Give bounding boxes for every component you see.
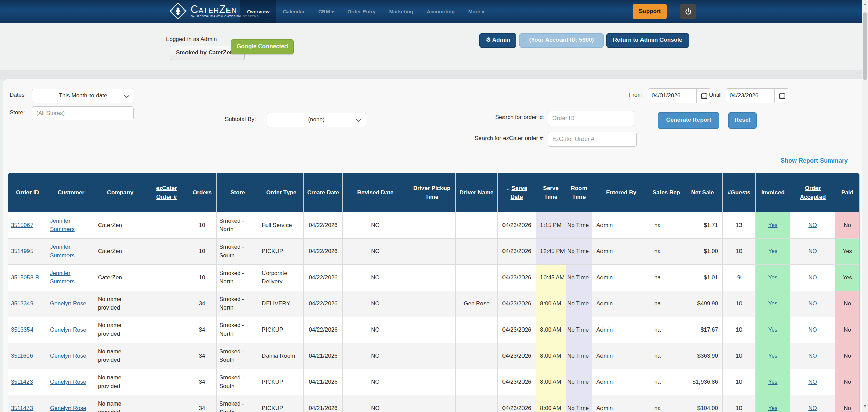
column-header-label: Net Sale — [691, 189, 714, 196]
scroll-up-arrow-icon[interactable]: ▲ — [863, 3, 867, 6]
column-header-company[interactable]: Company — [95, 173, 145, 212]
column-header-revised_date[interactable]: Revised Date — [343, 173, 408, 212]
customer-link[interactable]: Genelyn Rose — [50, 405, 86, 411]
order_id-link[interactable]: 3515058-R — [11, 274, 39, 281]
column-header-paid: Paid — [835, 173, 859, 212]
until-date-input[interactable] — [726, 89, 774, 103]
logout-power-button[interactable] — [680, 4, 696, 19]
from-date-group — [648, 88, 711, 103]
order_id-link[interactable]: 3511606 — [11, 353, 33, 359]
invoiced-link[interactable]: Yes — [768, 222, 778, 228]
order_id-link[interactable]: 3515067 — [11, 222, 33, 228]
cell-guests: 13 — [723, 212, 756, 238]
vertical-scrollbar[interactable]: ▲ ▼ — [862, 0, 868, 412]
cell-driver_name — [456, 317, 498, 343]
column-header-entered_by[interactable]: Entered By — [592, 173, 650, 212]
cell-company: CaterZen — [95, 238, 145, 264]
column-header-store[interactable]: Store — [217, 173, 259, 212]
column-header-create_date[interactable]: Create Date — [304, 173, 343, 212]
column-header-order_accepted[interactable]: Order Accepted — [790, 173, 835, 212]
order_accepted-link[interactable]: NO — [808, 248, 817, 255]
orders-table: Order IDCustomerCompanyezCater Order #Or… — [8, 173, 859, 412]
column-header-order_id[interactable]: Order ID — [8, 173, 47, 212]
nav-item-order-entry[interactable]: Order Entry — [340, 0, 382, 23]
column-header-sales_rep[interactable]: Sales Rep — [650, 173, 683, 212]
customer-link[interactable]: Genelyn Rose — [50, 300, 86, 307]
order_id-link[interactable]: 3514995 — [11, 248, 33, 255]
cell-entered_by: Admin — [592, 369, 650, 395]
order_id-link[interactable]: 3513349 — [11, 300, 33, 307]
cell-paid: No — [835, 291, 859, 317]
google-connected-button[interactable]: Google Connected — [231, 39, 294, 54]
cell-driver_name — [456, 238, 498, 264]
return-admin-console-button[interactable]: Return to Admin Console — [606, 33, 689, 48]
column-header-label: Customer — [58, 189, 84, 196]
customer-link[interactable]: Jennifer Summers — [50, 244, 75, 259]
cell-driver_pickup_time — [408, 343, 456, 369]
scrollbar-thumb[interactable] — [863, 12, 867, 80]
invoiced-link[interactable]: Yes — [768, 248, 778, 255]
order_accepted-link[interactable]: NO — [808, 405, 817, 411]
order_accepted-link[interactable]: NO — [808, 222, 817, 228]
invoiced-link[interactable]: Yes — [768, 274, 778, 281]
column-header-ezcater_order[interactable]: ezCater Order # — [145, 173, 188, 212]
invoiced-link[interactable]: Yes — [768, 379, 778, 385]
invoiced-link[interactable]: Yes — [768, 300, 778, 307]
column-header-serve_time: Serve Time — [536, 173, 566, 212]
nav-item-marketing[interactable]: Marketing — [382, 0, 420, 23]
cell-driver_pickup_time — [408, 395, 456, 412]
order_id-link[interactable]: 3511423 — [11, 379, 33, 385]
scroll-down-arrow-icon[interactable]: ▼ — [863, 405, 867, 408]
order_accepted-link[interactable]: NO — [808, 353, 817, 359]
invoiced-link[interactable]: Yes — [768, 405, 778, 411]
until-calendar-button[interactable] — [774, 89, 789, 103]
nav-item-overview[interactable]: Overview — [240, 0, 276, 23]
order_accepted-link[interactable]: NO — [808, 274, 817, 281]
ezcater-search-input[interactable] — [548, 132, 637, 147]
cell-invoiced: Yes — [756, 369, 790, 395]
order_accepted-link[interactable]: NO — [808, 300, 817, 307]
customer-link[interactable]: Jennifer Summers — [50, 218, 75, 232]
cell-ezcater_order — [145, 369, 188, 395]
dates-label: Dates — [9, 92, 24, 98]
table-row: 3515058-RJennifer SummersCaterZen10Smoke… — [8, 264, 859, 291]
store-input[interactable] — [32, 106, 134, 120]
column-header-serve_date[interactable]: ↓ Serve Date — [498, 173, 536, 212]
from-date-input[interactable] — [648, 89, 696, 103]
column-header-order_type[interactable]: Order Type — [259, 173, 304, 212]
dates-select[interactable]: This Month-to-date — [32, 89, 134, 103]
cell-paid: No — [835, 317, 859, 343]
order_accepted-link[interactable]: NO — [808, 326, 817, 333]
order-id-search-input[interactable] — [548, 111, 634, 126]
order_accepted-link[interactable]: NO — [808, 379, 817, 385]
invoiced-link[interactable]: Yes — [768, 353, 778, 359]
cell-net_sale: $104.00 — [683, 395, 723, 412]
column-header-label: Order Accepted — [800, 185, 826, 200]
nav-item-accounting[interactable]: Accounting — [420, 0, 461, 23]
subtotal-select[interactable]: (none) — [267, 113, 366, 127]
show-report-summary-link[interactable]: Show Report Summary — [781, 157, 848, 164]
cell-driver_name — [456, 212, 498, 238]
customer-link[interactable]: Genelyn Rose — [50, 326, 86, 333]
customer-link[interactable]: Genelyn Rose — [50, 379, 86, 385]
support-button[interactable]: Support — [633, 4, 667, 19]
customer-link[interactable]: Jennifer Summers — [50, 270, 75, 285]
nav-item-calendar[interactable]: Calendar — [276, 0, 312, 23]
column-header-label: ezCater Order # — [156, 185, 177, 200]
nav-item-more[interactable]: More▾ — [461, 0, 491, 23]
column-header-customer[interactable]: Customer — [47, 173, 95, 212]
cell-sales_rep: na — [650, 264, 683, 291]
nav-item-crm[interactable]: CRM▾ — [312, 0, 340, 23]
column-header-guests[interactable]: #Guests — [723, 173, 756, 212]
customer-link[interactable]: Genelyn Rose — [50, 353, 86, 359]
reset-button[interactable]: Reset — [728, 112, 757, 129]
order_id-link[interactable]: 3513354 — [11, 326, 33, 333]
admin-button[interactable]: ⚙ Admin — [479, 33, 516, 48]
generate-report-button[interactable]: Generate Report — [658, 112, 719, 129]
ezcater-search-label: Search for ezCater order #: — [453, 135, 545, 142]
table-row: 3511423Genelyn RoseNo name provided34Smo… — [8, 369, 859, 395]
cell-room_time: No Time — [566, 369, 592, 395]
invoiced-link[interactable]: Yes — [768, 326, 778, 333]
cell-order_id: 3511473 — [8, 395, 47, 412]
order_id-link[interactable]: 3511473 — [11, 405, 33, 411]
